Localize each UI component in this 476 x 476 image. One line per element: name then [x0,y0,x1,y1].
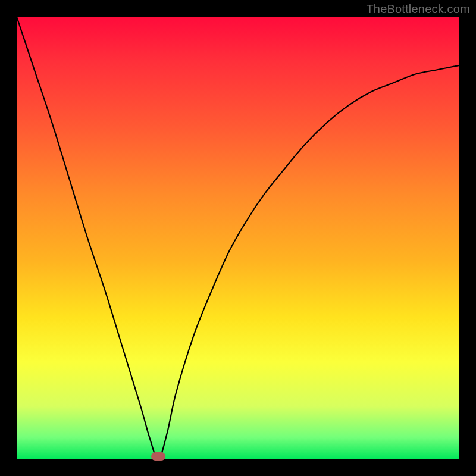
bottleneck-curve [17,17,459,459]
optimum-marker [151,452,165,461]
plot-area [17,17,459,459]
chart-frame: TheBottleneck.com [0,0,476,476]
watermark-text: TheBottleneck.com [366,2,470,16]
